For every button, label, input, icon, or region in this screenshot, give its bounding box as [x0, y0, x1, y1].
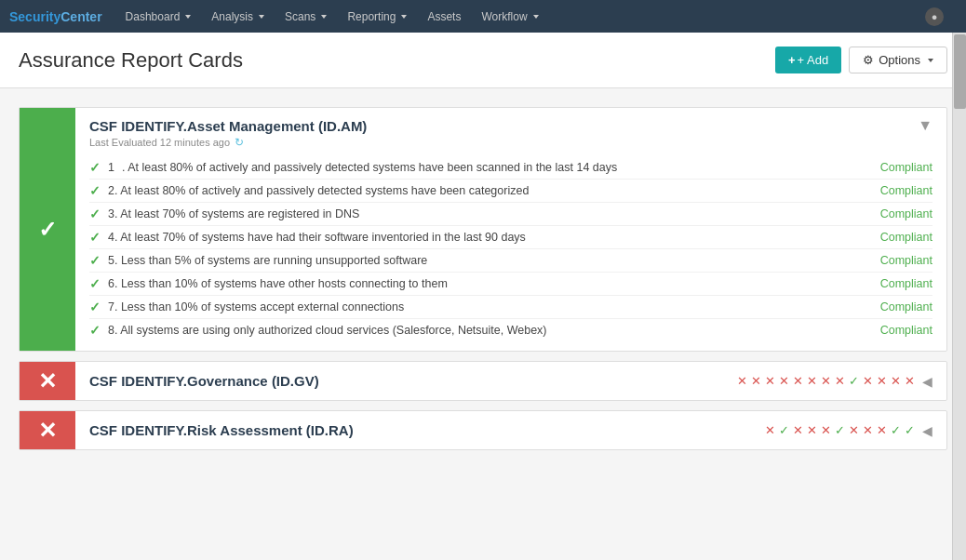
nav-workflow[interactable]: Workflow: [472, 0, 547, 33]
check-mark-icon: ✓: [89, 160, 101, 175]
page-title: Assurance Report Cards: [19, 48, 243, 73]
check-mark-icon: ✓: [89, 230, 101, 245]
indicator-x: ✕: [891, 374, 901, 388]
indicator-x: ✕: [863, 423, 873, 437]
page-header: Assurance Report Cards + + Add ⚙ Options: [0, 33, 966, 88]
nav-scans[interactable]: Scans: [275, 0, 336, 33]
options-button[interactable]: ⚙ Options: [849, 47, 947, 73]
fail-icon: ✕: [38, 418, 57, 444]
indicator-x: ✕: [905, 374, 915, 388]
check-desc: 7. Less than 10% of systems accept exter…: [108, 300, 404, 313]
main-content: ✓ CSF IDENTIFY.Asset Management (ID.AM) …: [0, 88, 966, 478]
indicator-check: ✓: [905, 423, 915, 437]
check-status: Compliant: [880, 231, 932, 244]
indicator-x: ✕: [793, 423, 803, 437]
indicator-check: ✓: [891, 423, 901, 437]
check-item-3: ✓ 3. At least 70% of systems are registe…: [89, 203, 932, 226]
dashboard-caret-icon: [185, 15, 191, 19]
check-mark-icon: ✓: [89, 276, 101, 291]
indicator-x: ✕: [835, 374, 845, 388]
check-item-8: ✓ 8. All systems are using only authoriz…: [89, 319, 932, 341]
compact-indicators: ✕ ✕ ✕ ✕ ✕ ✕ ✕ ✕ ✓ ✕ ✕ ✕ ✕: [737, 374, 915, 388]
indicator-x: ✕: [821, 423, 831, 437]
check-list: ✓ 1 . At least 80% of actively and passi…: [89, 156, 932, 341]
check-status: Compliant: [880, 161, 932, 174]
nav-reporting[interactable]: Reporting: [338, 0, 416, 33]
check-desc: 6. Less than 10% of systems have other h…: [108, 277, 448, 290]
gear-icon: ⚙: [863, 53, 874, 67]
user-avatar-icon: ●: [925, 7, 944, 26]
card-asset-management: ✓ CSF IDENTIFY.Asset Management (ID.AM) …: [19, 107, 947, 352]
check-item-1: ✓ 1 . At least 80% of actively and passi…: [89, 156, 932, 180]
check-mark-icon: ✓: [89, 323, 101, 338]
check-item-4: ✓ 4. At least 70% of systems have had th…: [89, 226, 932, 249]
check-item-2: ✓ 2. At least 80% of actively and passiv…: [89, 180, 932, 203]
check-status: Compliant: [880, 300, 932, 313]
indicator-x: ✕: [877, 423, 887, 437]
check-status: Compliant: [880, 324, 932, 337]
indicator-x: ✕: [821, 374, 831, 388]
indicator-x: ✕: [765, 423, 775, 437]
check-status: Compliant: [880, 184, 932, 197]
card-status-red: ✕: [20, 362, 75, 400]
check-mark-icon: ✓: [89, 183, 101, 198]
check-desc: 8. All systems are using only authorized…: [108, 324, 547, 337]
check-item-7: ✓ 7. Less than 10% of systems accept ext…: [89, 296, 932, 319]
check-desc: 3. At least 70% of systems are registere…: [108, 207, 359, 220]
brand: SecurityCenter: [9, 9, 102, 24]
check-desc: . At least 80% of actively and passively…: [122, 161, 617, 174]
indicator-x: ✕: [737, 374, 747, 388]
card-status-red: ✕: [20, 411, 75, 449]
card-title: CSF IDENTIFY.Governance (ID.GV): [89, 373, 319, 389]
compact-right: ✕ ✓ ✕ ✕ ✕ ✓ ✕ ✕ ✕ ✓ ✓ ◀: [765, 423, 932, 438]
card-title: CSF IDENTIFY.Asset Management (ID.AM): [89, 118, 367, 134]
card-expand-icon[interactable]: ◀: [922, 423, 932, 438]
brand-security: Security: [9, 9, 60, 24]
options-caret-icon: [928, 59, 933, 62]
card-status-green: ✓: [20, 108, 75, 351]
compact-indicators: ✕ ✓ ✕ ✕ ✕ ✓ ✕ ✕ ✕ ✓ ✓: [765, 423, 915, 437]
nav-analysis[interactable]: Analysis: [202, 0, 274, 33]
indicator-check: ✓: [779, 423, 789, 437]
check-status: Compliant: [880, 277, 932, 290]
indicator-x: ✕: [779, 374, 789, 388]
indicator-x: ✕: [751, 374, 761, 388]
fail-icon: ✕: [38, 368, 57, 394]
workflow-caret-icon: [533, 15, 539, 19]
nav-right: ●: [916, 7, 957, 26]
indicator-check: ✓: [835, 423, 845, 437]
check-mark-icon: ✓: [89, 253, 101, 268]
check-item-5: ✓ 5. Less than 5% of systems are running…: [89, 249, 932, 273]
check-mark-icon: ✓: [89, 207, 101, 221]
indicator-x: ✕: [807, 423, 817, 437]
card-body-expanded: CSF IDENTIFY.Asset Management (ID.AM) ▼ …: [75, 108, 946, 351]
refresh-icon[interactable]: ↻: [235, 136, 244, 149]
indicator-check: ✓: [849, 374, 859, 388]
user-menu[interactable]: ●: [916, 7, 957, 26]
check-status: Compliant: [880, 207, 932, 220]
check-desc: 2. At least 80% of actively and passivel…: [108, 184, 529, 197]
brand-center: Center: [60, 9, 101, 24]
card-governance: ✕ CSF IDENTIFY.Governance (ID.GV) ✕ ✕ ✕ …: [19, 361, 947, 401]
indicator-x: ✕: [863, 374, 873, 388]
add-button[interactable]: + + Add: [775, 47, 841, 73]
nav-dashboard[interactable]: Dashboard: [116, 0, 201, 33]
card-body-collapsed: CSF IDENTIFY.Governance (ID.GV) ✕ ✕ ✕ ✕ …: [75, 362, 946, 400]
check-desc: 5. Less than 5% of systems are running u…: [108, 254, 427, 267]
reporting-caret-icon: [401, 15, 407, 19]
nav-assets[interactable]: Assets: [418, 0, 470, 33]
check-mark-icon: ✓: [89, 300, 101, 314]
pass-icon: ✓: [38, 217, 57, 243]
card-header-row: CSF IDENTIFY.Asset Management (ID.AM) ▼: [89, 117, 932, 134]
indicator-x: ✕: [877, 374, 887, 388]
indicator-x: ✕: [807, 374, 817, 388]
scrollbar-thumb[interactable]: [954, 34, 966, 109]
card-expand-icon[interactable]: ◀: [922, 374, 932, 389]
compact-right: ✕ ✕ ✕ ✕ ✕ ✕ ✕ ✕ ✓ ✕ ✕ ✕ ✕ ◀: [737, 374, 932, 389]
card-body-collapsed: CSF IDENTIFY.Risk Assessment (ID.RA) ✕ ✓…: [75, 411, 946, 449]
card-collapse-icon[interactable]: ▼: [918, 117, 932, 134]
card-subtitle: Last Evaluated 12 minutes ago ↻: [89, 136, 932, 149]
indicator-x: ✕: [765, 374, 775, 388]
navbar: SecurityCenter Dashboard Analysis Scans …: [0, 0, 966, 33]
scrollbar[interactable]: [952, 33, 966, 478]
